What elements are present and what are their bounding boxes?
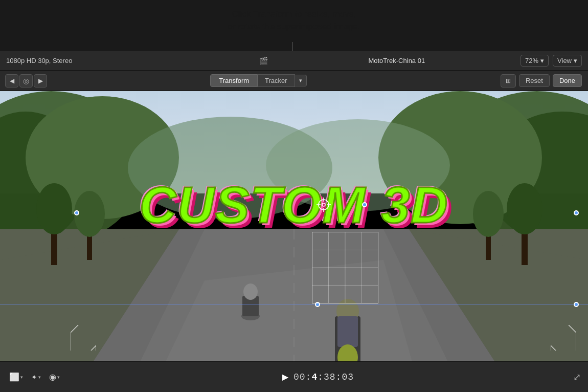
transform-bar: ◀ ◎ ▶ Transform Tracker ▾ ⊞ Reset Done [0,71,588,91]
nav-prev-icon: ◀ [10,77,14,84]
timecode-value: :38:03 [318,372,354,382]
handle-bottom-right[interactable] [574,302,579,307]
svg-point-23 [473,191,504,237]
zoom-chevron-icon: ▾ [540,57,544,64]
handle-bottom-middle[interactable] [315,302,320,307]
play-button[interactable]: ▶ [282,372,288,382]
fit-frame-button[interactable]: ⊞ [501,74,516,88]
effects-tool[interactable]: ◉ ▾ [46,370,63,384]
nav-buttons: ◀ ◎ ▶ [0,74,47,88]
effects-icon: ◉ [49,372,56,382]
nav-next-button[interactable]: ▶ [34,74,47,88]
done-button[interactable]: Done [553,74,582,87]
view-label: View [557,57,572,64]
nav-center-icon: ◎ [23,77,29,85]
fullscreen-button[interactable]: ⤢ [573,372,581,382]
fit-frame-icon: ⊞ [506,77,511,84]
bottom-left-tools: ⬜ ▾ ✦ ▾ ◉ ▾ [0,370,63,384]
handle-right-middle[interactable] [574,210,579,215]
enhance-icon: ✦ [31,373,37,381]
zoom-selector[interactable]: 72% ▾ [521,55,549,67]
nav-next-icon: ▶ [38,77,43,84]
zoom-label: 72% [525,57,538,64]
crop-tool-arrow-icon: ▾ [20,375,23,380]
view-chevron-icon: ▾ [574,57,577,64]
svg-point-8 [266,119,450,211]
view-selector[interactable]: View ▾ [553,55,582,67]
tab-dropdown-button[interactable]: ▾ [295,75,307,86]
viewer-container: 1080p HD 30p, Stereo 🎬 MotoTrek-China 01… [0,51,588,361]
viewer-topbar: 1080p HD 30p, Stereo 🎬 MotoTrek-China 01… [0,51,588,71]
svg-rect-30 [337,316,358,347]
right-controls: ⊞ Reset Done [501,74,588,88]
transform-tabs: Transform Tracker ▾ [210,74,306,87]
timecode-highlight: 4 [311,372,318,382]
viewer-title: MotoTrek-China 01 [273,57,521,64]
timecode-prefix: 00: [293,372,311,382]
crop-tool[interactable]: ⬜ ▾ [6,370,26,384]
tab-transform[interactable]: Transform [210,74,258,87]
nav-prev-button[interactable]: ◀ [5,74,18,88]
reset-button[interactable]: Reset [519,74,550,87]
crop-icon: ⬜ [9,372,19,382]
svg-point-26 [243,284,258,300]
enhance-tool[interactable]: ✦ ▾ [28,371,44,383]
bottom-right-controls: ⤢ [573,372,588,383]
svg-point-17 [36,183,72,234]
svg-point-21 [507,183,542,234]
crosshair-center [316,198,331,212]
svg-point-33 [322,203,325,206]
viewer-info: 1080p HD 30p, Stereo [0,57,254,64]
bottom-center-controls: ▶ 00:4:38:03 [63,372,573,382]
effects-tool-arrow-icon: ▾ [57,375,60,380]
tooltip-area: Click Transform to resize, move, or rota… [0,0,588,51]
tab-tracker[interactable]: Tracker [258,74,295,87]
video-canvas[interactable]: CUSTOM 3D [0,91,588,361]
nav-center-button[interactable]: ◎ [19,74,33,88]
filmstrip-icon: 🎬 [259,57,268,65]
scene-background [0,91,588,361]
transform-center-handle[interactable] [362,202,367,207]
svg-point-19 [74,191,105,237]
tooltip-text: Click Transform to resize, move, or rota… [228,8,360,33]
bottom-bar: ⬜ ▾ ✦ ▾ ◉ ▾ ▶ 00:4:38:03 ⤢ [0,361,588,392]
handle-left-middle[interactable] [74,210,79,215]
timecode-display: 00:4:38:03 [293,372,354,382]
enhance-tool-arrow-icon: ▾ [38,375,41,380]
